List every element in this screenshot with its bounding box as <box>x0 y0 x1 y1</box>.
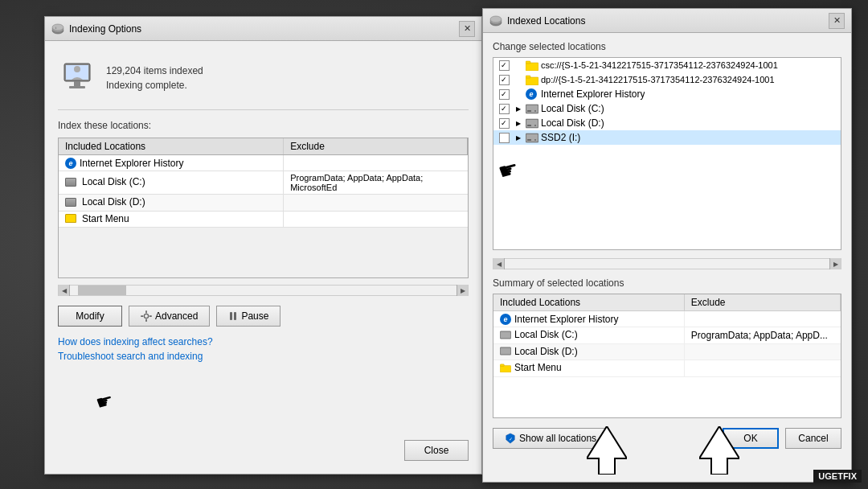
shield-icon: ✓ <box>505 433 516 444</box>
locations-tree[interactable]: csc://{S-1-5-21-3412217515-3717354112-23… <box>493 57 841 250</box>
ok-button[interactable]: OK <box>723 428 779 449</box>
show-all-locations-button[interactable]: ✓ Show all locations <box>493 428 608 449</box>
svg-rect-39 <box>500 365 511 372</box>
pause-button[interactable]: Pause <box>216 306 280 327</box>
col-exclude: Exclude <box>284 138 468 155</box>
summary-section: Summary of selected locations Included L… <box>493 277 841 449</box>
expander-c[interactable]: ▶ <box>513 103 524 114</box>
exclude-cell: ProgramData; AppData; AppData; Microsoft… <box>284 171 468 195</box>
svg-rect-14 <box>230 312 232 320</box>
expander-d[interactable]: ▶ <box>513 117 524 129</box>
summary-row: Local Disk (D:) <box>493 343 841 360</box>
gear-icon <box>141 310 152 322</box>
horizontal-scrollbar[interactable]: ◀ ▶ <box>58 285 469 296</box>
indexed-titlebar: Indexed Locations ✕ <box>483 9 851 33</box>
hdd-icon-summary2 <box>500 347 511 355</box>
locations-table-container[interactable]: Included Locations Exclude e Internet Ex… <box>58 138 469 278</box>
indexed-dialog-title: Indexed Locations <box>507 15 585 27</box>
summary-location: e Internet Explorer History <box>493 311 684 327</box>
checkbox-d[interactable] <box>499 118 510 129</box>
tree-label-ie: Internet Explorer History <box>541 88 645 100</box>
folder-icon-summary <box>500 364 511 372</box>
svg-rect-12 <box>141 315 144 317</box>
svg-rect-38 <box>501 348 510 355</box>
scroll-thumb <box>78 286 126 295</box>
svg-point-34 <box>534 139 536 141</box>
indexing-dialog-title: Indexing Options <box>69 23 141 35</box>
summary-row: e Internet Explorer History <box>493 311 841 327</box>
svg-rect-7 <box>69 86 85 88</box>
summary-col-exclude: Exclude <box>684 294 840 311</box>
indexing-title-icon: i <box>51 23 64 35</box>
checkbox-c[interactable] <box>499 104 510 114</box>
cb-cell <box>497 60 511 71</box>
indexed-close-x-button[interactable]: ✕ <box>829 13 845 29</box>
location-cell: e Internet Explorer History <box>59 155 284 171</box>
summary-row: Start Menu <box>493 360 841 377</box>
checkbox-dp[interactable] <box>499 75 510 85</box>
hdd-icon <box>65 198 76 207</box>
tree-item-d[interactable]: ▶ Local Disk (D:) <box>493 116 841 130</box>
table-row[interactable]: Local Disk (D:) <box>59 195 468 212</box>
cb-cell <box>497 118 511 129</box>
advanced-button[interactable]: Advanced <box>129 306 210 327</box>
tree-item-csc[interactable]: csc://{S-1-5-21-3412217515-3717354112-23… <box>493 58 841 72</box>
table-row[interactable]: Local Disk (C:) ProgramData; AppData; Ap… <box>59 171 468 195</box>
svg-rect-21 <box>526 77 538 85</box>
tree-scroll-right[interactable]: ▶ <box>829 258 841 269</box>
summary-title: Summary of selected locations <box>493 277 841 289</box>
folder-icon <box>65 214 76 223</box>
svg-rect-36 <box>501 331 510 338</box>
troubleshoot-link[interactable]: Troubleshoot search and indexing <box>58 351 469 362</box>
checkbox-ssd2[interactable] <box>499 133 510 143</box>
col-included: Included Locations <box>59 138 284 155</box>
tree-item-ie[interactable]: e Internet Explorer History <box>493 87 841 101</box>
exclude-cell <box>284 155 468 171</box>
checkbox-csc[interactable] <box>499 60 510 71</box>
tree-scroll-track <box>505 259 829 269</box>
svg-point-30 <box>534 125 536 126</box>
ie-icon-tree: e <box>526 88 538 100</box>
tree-item-dp[interactable]: dp://{S-1-5-21-3412217515-3717354112-237… <box>493 72 841 87</box>
bottom-buttons: ✓ Show all locations OK Cancel <box>493 428 841 449</box>
links-section: How does indexing affect searches? Troub… <box>58 336 469 362</box>
svg-rect-20 <box>526 61 530 64</box>
summary-col-included: Included Locations <box>493 294 684 311</box>
cb-cell <box>497 75 511 85</box>
scroll-right-btn[interactable]: ▶ <box>457 285 468 296</box>
svg-point-26 <box>534 110 536 112</box>
svg-rect-13 <box>149 315 153 317</box>
tree-label-ssd2: SSD2 (I:) <box>541 132 580 143</box>
indexing-close-x-button[interactable]: ✕ <box>459 21 475 37</box>
close-button[interactable]: Close <box>404 440 469 461</box>
locations-table: Included Locations Exclude e Internet Ex… <box>59 138 468 228</box>
titlebar-left: i Indexing Options <box>51 23 141 35</box>
tree-item-c[interactable]: ▶ Local Disk (C:) <box>493 101 841 116</box>
watermark: UGETFIX <box>813 470 862 483</box>
summary-exclude <box>684 311 840 327</box>
checkbox-ie[interactable] <box>499 89 510 100</box>
svg-point-9 <box>144 314 148 318</box>
cancel-button[interactable]: Cancel <box>785 428 841 449</box>
summary-exclude <box>684 360 840 377</box>
tree-item-ssd2[interactable]: ▶ SSD2 (I:) <box>493 130 841 145</box>
table-row[interactable]: Start Menu <box>59 211 468 228</box>
tree-label-dp: dp://{S-1-5-21-3412217515-3717354112-237… <box>541 75 775 84</box>
hdd-icon-d <box>526 117 538 129</box>
tree-scroll-left[interactable]: ◀ <box>493 258 505 269</box>
summary-exclude: ProgramData; AppData; AppD... <box>684 327 840 344</box>
index-locations-label: Index these locations: <box>58 120 469 131</box>
modify-button[interactable]: Modify <box>58 306 122 327</box>
table-row[interactable]: e Internet Explorer History <box>59 155 468 171</box>
tree-label-d: Local Disk (D:) <box>541 117 604 129</box>
tree-label-csc: csc://{S-1-5-21-3412217515-3717354112-23… <box>541 60 778 70</box>
tree-hscroll[interactable]: ◀ ▶ <box>493 258 841 269</box>
hdd-icon <box>65 178 76 187</box>
hdd-icon-c <box>526 103 538 114</box>
how-does-link[interactable]: How does indexing affect searches? <box>58 336 469 347</box>
expander-ssd2[interactable]: ▶ <box>513 132 524 143</box>
summary-table-container[interactable]: Included Locations Exclude e Internet Ex… <box>493 294 841 418</box>
indexing-content: 129,204 items indexed Indexing complete.… <box>45 41 481 375</box>
scroll-left-btn[interactable]: ◀ <box>59 285 70 296</box>
row-icon: Local Disk (C:) <box>65 176 145 187</box>
